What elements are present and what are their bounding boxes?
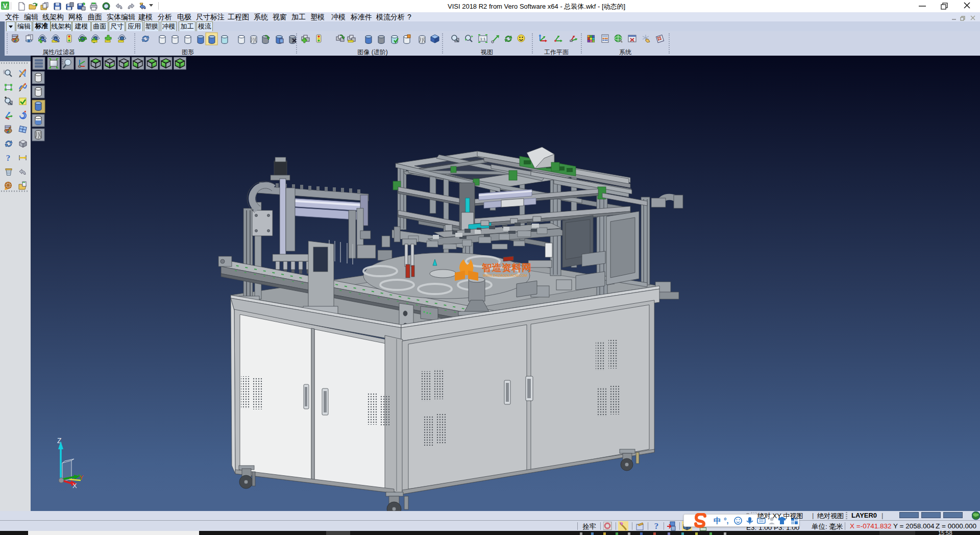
svg-text:中: 中	[714, 516, 721, 525]
svg-text:?: ?	[6, 153, 11, 163]
svg-text:1:1: 1:1	[480, 37, 486, 41]
svg-text:Y: Y	[79, 474, 84, 481]
svg-text:X: X	[72, 482, 77, 490]
svg-text:°,: °,	[724, 517, 729, 525]
svg-text:?: ?	[654, 521, 659, 531]
svg-text:V: V	[3, 2, 8, 10]
